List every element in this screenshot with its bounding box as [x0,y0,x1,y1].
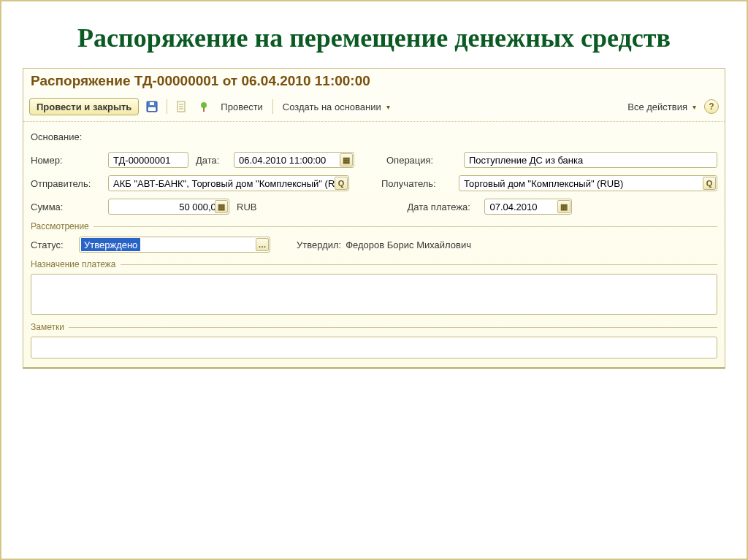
submit-close-button[interactable]: Провести и закрыть [29,98,139,115]
calculator-icon[interactable]: ▦ [215,200,228,213]
date-input[interactable] [237,153,351,167]
form-area: Основание: Номер: Дата: ▦ Операция: [23,122,725,367]
submit-close-label: Провести и закрыть [37,101,131,112]
sender-field[interactable]: Q [108,175,349,191]
all-actions-label: Все действия [627,101,687,112]
basis-label: Основание: [31,131,101,142]
number-input[interactable] [112,153,185,167]
status-field[interactable]: Утверждено … [79,237,270,253]
notes-textarea[interactable] [31,337,717,358]
status-label: Статус: [31,239,72,250]
create-on-basis-label: Создать на основании [283,101,381,112]
amount-field[interactable]: ▦ [108,199,229,215]
app-window: Распоряжение ТД-00000001 от 06.04.2010 1… [23,68,725,369]
payment-date-label: Дата платежа: [407,202,477,212]
recipient-field[interactable]: Q [459,175,717,191]
toolbar-separator [167,99,167,114]
date-label: Дата: [196,155,226,166]
create-on-basis-button[interactable]: Создать на основании [279,98,394,115]
payment-date-input[interactable] [488,199,568,214]
calendar-icon[interactable]: ▦ [340,153,353,166]
slide-title: Распоряжение на перемещение денежных сре… [22,22,726,55]
sender-label: Отправитель: [31,178,101,189]
svg-point-7 [201,102,207,108]
svg-rect-1 [148,107,156,111]
document-icon[interactable] [173,98,191,115]
slide-frame: Распоряжение на перемещение денежных сре… [0,0,748,560]
document-title: Распоряжение ТД-00000001 от 06.04.2010 1… [23,69,725,95]
help-button[interactable]: ? [704,99,719,114]
section-line [69,327,717,328]
purpose-textarea[interactable] [31,274,717,315]
submit-button[interactable]: Провести [217,98,267,115]
approved-by-value: Федоров Борис Михайлович [346,239,471,250]
section-purpose-label: Назначение платежа [31,259,116,269]
toolbar-separator-2 [272,99,273,114]
section-notes: Заметки [31,322,717,332]
payment-date-field[interactable]: ▦ [484,199,572,215]
section-review: Рассмотрение [31,221,717,231]
section-line [94,226,717,227]
section-review-label: Рассмотрение [31,221,89,231]
operation-input[interactable] [468,153,714,167]
lookup-icon[interactable]: Q [703,177,716,190]
number-label: Номер: [31,155,101,166]
ellipsis-icon[interactable]: … [256,238,269,251]
recipient-input[interactable] [462,176,714,191]
section-purpose: Назначение платежа [31,259,717,269]
operation-field[interactable] [464,152,717,168]
amount-input[interactable] [112,199,226,214]
sender-input[interactable] [112,176,346,191]
approved-by-label: Утвердил: [297,239,341,250]
section-line [121,264,717,265]
all-actions-button[interactable]: Все действия [624,98,700,115]
date-field[interactable]: ▦ [234,152,354,168]
status-value: Утверждено [81,238,140,251]
svg-rect-2 [150,102,154,105]
operation-label: Операция: [386,155,457,166]
section-notes-label: Заметки [31,322,64,332]
lookup-icon[interactable]: Q [335,177,348,190]
currency-label: RUB [237,202,256,212]
recipient-label: Получатель: [381,178,451,189]
calendar-icon[interactable]: ▦ [557,200,570,213]
toolbar: Провести и закрыть Провести Создать на о… [23,95,725,122]
amount-label: Сумма: [31,202,101,212]
submit-label: Провести [221,101,263,112]
submit-icon[interactable] [195,98,213,115]
save-icon[interactable] [143,98,161,115]
number-field[interactable] [108,152,188,168]
svg-rect-8 [203,107,205,112]
help-label: ? [709,101,714,112]
